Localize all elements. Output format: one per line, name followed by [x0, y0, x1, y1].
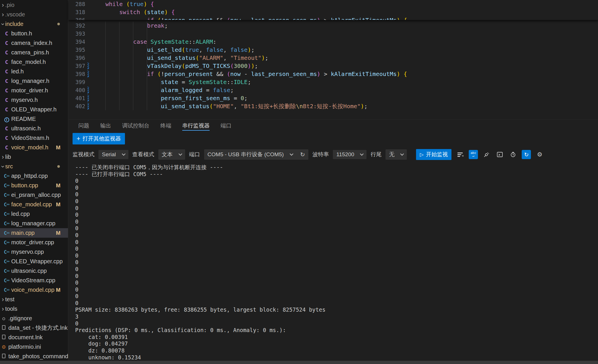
plug-icon[interactable]: [482, 150, 491, 159]
code-editor[interactable]: 288 while (true) {318 switch (state) {38…: [69, 0, 598, 119]
sidebar-item-label: lib: [5, 154, 11, 160]
sidebar-item-vscode[interactable]: ›.vscode: [0, 10, 68, 19]
line-number: 399: [69, 78, 85, 86]
sidebar-item-lib[interactable]: ›lib: [0, 152, 68, 162]
sidebar-item-ultrasonic-h[interactable]: Cultrasonic.h: [0, 124, 68, 133]
open-other-monitor-button[interactable]: + 打开其他监视器: [73, 133, 125, 144]
code-line-393[interactable]: 393: [69, 30, 598, 38]
code-line-288[interactable]: 288 while (true) {: [69, 0, 598, 8]
sidebar-item-voice-model-cpp[interactable]: C++voice_model.cppM: [0, 285, 68, 295]
sidebar-item-pio[interactable]: ›.pio: [0, 0, 68, 10]
sidebar-item-videostream-cpp[interactable]: C++VideoStream.cpp: [0, 276, 68, 285]
panel-tab-问题[interactable]: 问题: [78, 122, 89, 131]
sidebar-item-label: main.cpp: [11, 230, 35, 236]
sidebar-item-label: README: [11, 116, 36, 122]
sidebar-item-button-cpp[interactable]: C++button.cppM: [0, 181, 68, 190]
clear-output-icon[interactable]: ×: [455, 150, 465, 159]
sidebar-item-document-lnk[interactable]: document.lnk: [0, 333, 68, 342]
sidebar-item-videostream-h[interactable]: CVideoStream.h: [0, 133, 68, 143]
line-number: 397: [69, 62, 85, 70]
c-header-icon: C: [3, 49, 10, 56]
sidebar-item-label: motor_driver.h: [11, 87, 48, 94]
sidebar-item-main-cpp[interactable]: C++main.cppM: [0, 228, 68, 238]
sidebar-item-face-model-h[interactable]: Cface_model.h: [0, 57, 68, 67]
chevron-down-icon: [290, 152, 293, 156]
sidebar-item-led-h[interactable]: Cled.h: [0, 67, 68, 76]
c-header-icon: C: [3, 59, 10, 65]
sidebar-item-take-photos-command[interactable]: take_photos_command ...: [0, 352, 68, 361]
sidebar-item-label: data_set - 快捷方式.lnk: [8, 324, 68, 332]
auto-reconnect-icon[interactable]: ↻: [522, 150, 531, 159]
c-header-icon: C: [3, 87, 10, 94]
baud-rate-dropdown[interactable]: 115200: [333, 150, 367, 159]
serial-output[interactable]: ---- 已关闭串行端口 COM5，因为与计算机断开连接 ---- ---- 已…: [69, 164, 598, 364]
sidebar-item-log-manager-cpp[interactable]: C++log_manager.cpp: [0, 219, 68, 228]
code-line-400[interactable]: 400 alarm_logged = false;: [69, 86, 598, 94]
panel-tab-调试控制台[interactable]: 调试控制台: [122, 122, 149, 131]
horizontal-scrollbar[interactable]: [0, 361, 598, 364]
port-dropdown[interactable]: COM5 - USB 串行设备 (COM5) ↻: [204, 149, 309, 160]
code-line-398[interactable]: 398 if (!person_present && (now - last_p…: [69, 70, 598, 78]
toggle-hex-ascii-icon[interactable]: abc↵: [469, 150, 478, 159]
sidebar-item-label: led.cpp: [11, 211, 30, 217]
sidebar-item-include[interactable]: ›include: [0, 19, 68, 29]
sidebar-item-label: ultrasonic.cpp: [11, 268, 47, 274]
sidebar-item-motor-driver-cpp[interactable]: C++motor_driver.cpp: [0, 238, 68, 247]
start-monitoring-button[interactable]: ▷ 开始监视: [416, 149, 451, 160]
code-line-397[interactable]: 397 vTaskDelay(pdMS_TO_TICKS(3000));: [69, 62, 598, 70]
sidebar-item-readme[interactable]: iREADME: [0, 114, 68, 124]
cpp-icon: C++: [3, 249, 10, 255]
monitor-mode-dropdown[interactable]: Serial: [98, 150, 128, 159]
sidebar-item-data-set-快捷方式-lnk[interactable]: data_set - 快捷方式.lnk: [0, 323, 68, 333]
serial-monitor-toolbar: 监视模式 Serial 查看模式 文本 端口 COM5 - USB 串行设备 (…: [73, 149, 598, 160]
panel-tab-终端[interactable]: 终端: [160, 122, 171, 131]
code-line-399[interactable]: 399 state = SystemState::IDLE;: [69, 78, 598, 86]
gear-icon[interactable]: ⚙: [535, 150, 544, 159]
ini-icon: ⚙: [1, 344, 7, 350]
sidebar-item-platformio-ini[interactable]: ⚙platformio.ini: [0, 342, 68, 352]
code-line-402[interactable]: 402 ui_send_status("HOME", "Bt1:短按+长按删除\…: [69, 102, 598, 110]
panel-tab-端口[interactable]: 端口: [221, 122, 231, 131]
cpp-icon: C++: [3, 239, 10, 246]
sidebar-item-app-httpd-cpp[interactable]: C++app_httpd.cpp: [0, 171, 68, 181]
clock-icon[interactable]: [508, 150, 518, 159]
sidebar-item-oled-wrapper-cpp[interactable]: C++OLED_Wrapper.cpp: [0, 257, 68, 266]
sidebar-item-src[interactable]: ›src: [0, 162, 68, 171]
sidebar-item-face-model-cpp[interactable]: C++face_model.cppM: [0, 200, 68, 209]
view-mode-dropdown[interactable]: 文本: [158, 149, 185, 160]
code-line-401[interactable]: 401 person_first_seen_ms = 0;: [69, 94, 598, 102]
sidebar-item-gitignore[interactable]: .gitignore: [0, 314, 68, 323]
sidebar-item-ei-psram-alloc-cpp[interactable]: C++ei_psram_alloc.cpp: [0, 190, 68, 200]
sidebar-item-test[interactable]: ›test: [0, 295, 68, 304]
code-line-394[interactable]: 394 case SystemState::ALARM:: [69, 38, 598, 46]
chevron-collapsed-icon: ›: [1, 307, 5, 311]
sidebar-item-label: test: [5, 296, 14, 303]
code-line-392[interactable]: 392 break;: [69, 22, 598, 30]
panel-tab-串行监视器[interactable]: 串行监视器: [182, 122, 210, 131]
terminal-icon[interactable]: [495, 150, 504, 159]
code-line-395[interactable]: 395 ui_set_led(true, false, false);: [69, 46, 598, 54]
sidebar-item-button-h[interactable]: Cbutton.h: [0, 29, 68, 38]
sidebar-item-oled-wrapper-h[interactable]: COLED_Wrapper.h: [0, 105, 68, 114]
sidebar-item-motor-driver-h[interactable]: Cmotor_driver.h: [0, 86, 68, 95]
panel-tab-输出[interactable]: 输出: [100, 122, 111, 131]
refresh-ports-icon[interactable]: ↻: [300, 151, 305, 158]
sidebar-item-myservo-cpp[interactable]: C++myservo.cpp: [0, 247, 68, 257]
sidebar-item-log-manager-h[interactable]: Clog_manager.h: [0, 76, 68, 86]
line-ending-dropdown[interactable]: 无: [386, 149, 407, 160]
sidebar-item-camera-pins-h[interactable]: Ccamera_pins.h: [0, 48, 68, 57]
code-line-386[interactable]: 386 if (!person_present && (now - last_p…: [69, 16, 598, 20]
sidebar-item-tools[interactable]: ›tools: [0, 304, 68, 314]
sidebar-item-voice-model-h[interactable]: Cvoice_model.hM: [0, 143, 68, 152]
view-mode-value: 文本: [162, 151, 173, 158]
git-modified-badge: M: [56, 182, 60, 189]
sidebar-item-label: tools: [5, 306, 17, 312]
code-line-396[interactable]: 396 ui_send_status("ALARM", "Timeout");: [69, 54, 598, 62]
sidebar-item-camera-index-h[interactable]: Ccamera_index.h: [0, 38, 68, 48]
sidebar-item-led-cpp[interactable]: C++led.cpp: [0, 209, 68, 219]
code-line-318[interactable]: 318 switch (state) {: [69, 8, 598, 16]
sidebar-item-label: take_photos_command ...: [8, 353, 68, 360]
sidebar-item-ultrasonic-cpp[interactable]: C++ultrasonic.cpp: [0, 266, 68, 276]
sidebar-item-label: log_manager.h: [11, 78, 49, 84]
sidebar-item-myservo-h[interactable]: Cmyservo.h: [0, 95, 68, 105]
